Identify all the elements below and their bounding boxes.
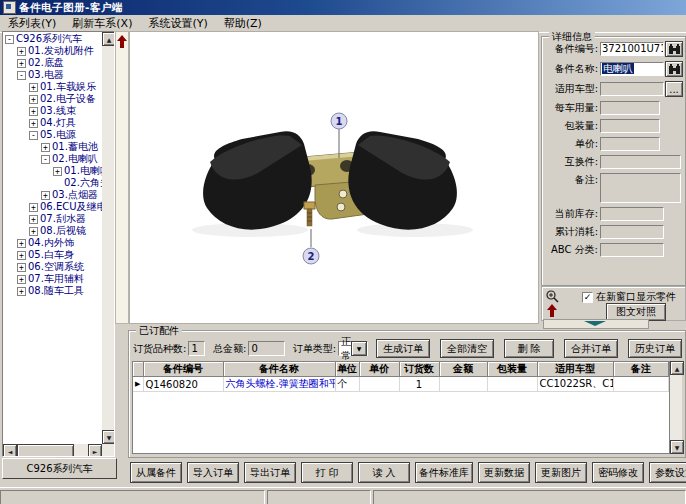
scroll-right-icon[interactable]: ► xyxy=(88,444,102,457)
tree-node-horn[interactable]: -02.电喇叭 xyxy=(3,153,102,165)
scroll-up-icon[interactable]: ▲ xyxy=(670,361,684,375)
tree-node[interactable]: +01.蓄电池 xyxy=(3,141,102,153)
consume-input[interactable] xyxy=(600,225,664,239)
find-part-no-button[interactable] xyxy=(665,41,683,57)
stock-input[interactable] xyxy=(600,207,664,221)
col-part-no[interactable]: 备件编号 xyxy=(143,362,223,377)
update-data-button[interactable]: 更新数据 xyxy=(478,462,530,483)
tree-node[interactable]: +03.线束 xyxy=(3,105,102,117)
menu-series-list[interactable]: 系列表(Y) xyxy=(0,15,64,32)
generate-order-button[interactable]: 生成订单 xyxy=(376,339,430,358)
table-vertical-scrollbar[interactable]: ▲ ▼ xyxy=(670,361,682,454)
callout-1[interactable]: 1 xyxy=(331,113,347,158)
expander-icon[interactable]: + xyxy=(29,83,38,92)
read-in-button[interactable]: 读 入 xyxy=(358,462,410,483)
import-order-button[interactable]: 导入订单 xyxy=(187,462,239,483)
count-input[interactable]: 1 xyxy=(188,341,205,356)
red-up-arrow-icon[interactable] xyxy=(547,304,557,317)
chevron-down-icon[interactable]: ▼ xyxy=(351,341,367,356)
subordinate-parts-button[interactable]: 从属备件 xyxy=(130,462,182,483)
red-up-arrow-icon[interactable] xyxy=(117,35,127,48)
table-row[interactable]: ▶ Q1460820 六角头螺栓.弹簧垫圈和平垫圈 个 1 CC1022SR、C… xyxy=(133,377,669,392)
tree-node[interactable]: +03.点烟器 xyxy=(3,189,102,201)
tree-node[interactable]: +01.发动机附件 xyxy=(3,45,102,57)
scrollbar-thumb[interactable] xyxy=(17,444,74,457)
expander-icon[interactable]: + xyxy=(41,143,50,152)
expander-icon[interactable]: + xyxy=(53,167,62,176)
tree-node[interactable]: +08.随车工具 xyxy=(3,285,102,297)
col-part-name[interactable]: 备件名称 xyxy=(223,362,335,377)
tree-node[interactable]: +06.ECU及继电器 xyxy=(3,201,102,213)
price-input[interactable] xyxy=(600,137,660,151)
expander-icon[interactable]: + xyxy=(29,203,38,212)
col-price[interactable]: 单价 xyxy=(359,362,399,377)
menu-system-settings[interactable]: 系统设置(Y) xyxy=(140,15,215,32)
col-unit[interactable]: 单位 xyxy=(335,362,359,377)
abc-input[interactable] xyxy=(600,243,664,257)
series-tab[interactable]: C926系列汽车 xyxy=(2,458,117,479)
interchange-input[interactable] xyxy=(600,155,681,169)
expander-icon[interactable]: + xyxy=(17,275,26,284)
part-no-input[interactable]: 3721001U7150 xyxy=(600,42,664,56)
scroll-left-icon[interactable]: ◄ xyxy=(3,444,17,457)
tree-node[interactable]: +01.车载娱乐 xyxy=(3,81,102,93)
tree-node[interactable]: +07.车用辅料 xyxy=(3,273,102,285)
update-images-button[interactable]: 更新图片 xyxy=(535,462,587,483)
expander-icon[interactable]: + xyxy=(17,251,26,260)
col-qty[interactable]: 订货数 xyxy=(399,362,439,377)
export-order-button[interactable]: 导出订单 xyxy=(244,462,296,483)
expander-icon[interactable]: + xyxy=(17,287,26,296)
expander-icon[interactable]: + xyxy=(41,191,50,200)
tree-node[interactable]: +04.灯具 xyxy=(3,117,102,129)
menu-refresh-series[interactable]: 刷新车系(X) xyxy=(64,15,140,32)
expander-icon[interactable]: - xyxy=(29,131,38,140)
expander-icon[interactable]: + xyxy=(17,59,26,68)
expander-icon[interactable]: + xyxy=(29,107,38,116)
expander-icon[interactable]: - xyxy=(5,35,14,44)
expander-icon[interactable]: + xyxy=(17,239,26,248)
scroll-up-icon[interactable]: ▲ xyxy=(102,32,115,46)
clear-all-button[interactable]: 全部清空 xyxy=(440,339,494,358)
remark-input[interactable] xyxy=(600,173,681,203)
tree-node[interactable]: +02.电子设备 xyxy=(3,93,102,105)
new-window-checkbox[interactable]: ✓ xyxy=(582,292,593,303)
scroll-down-icon[interactable]: ▼ xyxy=(670,440,684,454)
per-car-input[interactable] xyxy=(600,101,660,115)
find-part-name-button[interactable] xyxy=(665,61,683,77)
callout-2[interactable]: 2 xyxy=(303,229,319,264)
scroll-down-icon[interactable]: ▼ xyxy=(102,430,115,444)
merge-order-button[interactable]: 合并订单 xyxy=(564,339,618,358)
collapse-handle[interactable] xyxy=(543,319,649,329)
tree-node-root[interactable]: -C926系列汽车 xyxy=(3,33,102,45)
col-remark[interactable]: 备注 xyxy=(613,362,669,377)
expander-icon[interactable]: + xyxy=(29,95,38,104)
expander-icon[interactable]: + xyxy=(17,47,26,56)
model-input[interactable] xyxy=(600,82,664,96)
tree-node[interactable]: +06.空调系统 xyxy=(3,261,102,273)
magnifier-plus-icon[interactable] xyxy=(546,290,559,303)
tree-node[interactable]: -05.电源 xyxy=(3,129,102,141)
tree-node[interactable]: +07.刮水器 xyxy=(3,213,102,225)
tree-node[interactable]: +02.底盘 xyxy=(3,57,102,69)
expander-icon[interactable]: - xyxy=(17,71,26,80)
order-type-select[interactable]: 正常 ▼ xyxy=(338,341,368,356)
col-amount[interactable]: 金额 xyxy=(439,362,487,377)
tree-horizontal-scrollbar[interactable]: ◄ ► xyxy=(3,444,102,456)
parameter-settings-button[interactable]: 参数设置 xyxy=(649,462,686,483)
tree-node[interactable]: -03.电器 xyxy=(3,69,102,81)
pack-input[interactable] xyxy=(600,119,660,133)
print-button[interactable]: 打 印 xyxy=(301,462,353,483)
tree-node[interactable]: +05.白车身 xyxy=(3,249,102,261)
col-pack[interactable]: 包装量 xyxy=(487,362,537,377)
history-order-button[interactable]: 历史订单 xyxy=(628,339,682,358)
delete-button[interactable]: 删 除 xyxy=(504,339,554,358)
model-ellipsis-button[interactable]: ... xyxy=(665,81,683,97)
change-password-button[interactable]: 密码修改 xyxy=(592,462,644,483)
tree-vertical-scrollbar[interactable]: ▲ ▼ xyxy=(102,32,114,444)
parts-standard-db-button[interactable]: 备件标准库 xyxy=(415,462,473,483)
tree-node[interactable]: +08.后视镜 xyxy=(3,225,102,237)
tree-node[interactable]: 02.六角头螺栓.. xyxy=(3,177,102,189)
col-model[interactable]: 适用车型 xyxy=(537,362,613,377)
expander-icon[interactable]: + xyxy=(29,119,38,128)
total-input[interactable]: 0 xyxy=(248,341,284,356)
